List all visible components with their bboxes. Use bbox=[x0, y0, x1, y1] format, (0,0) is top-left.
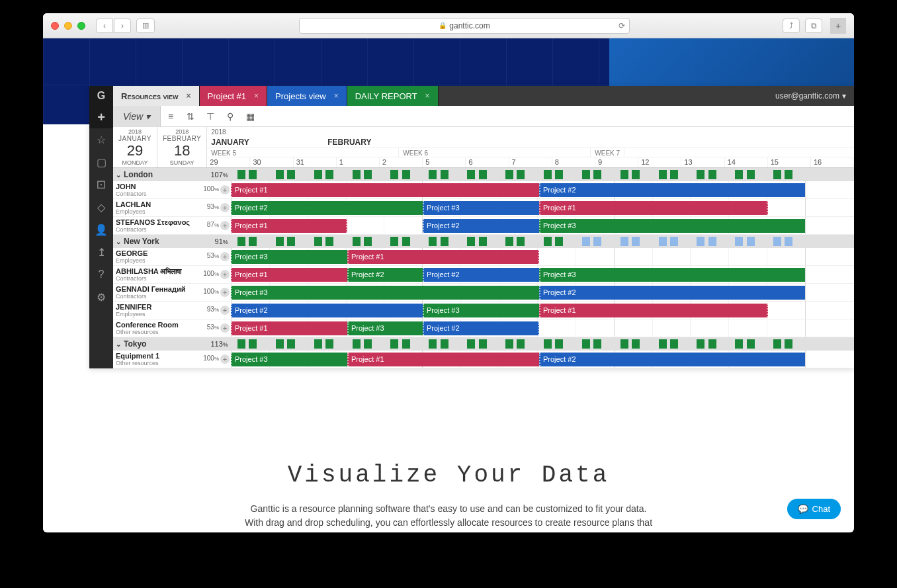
task-bar[interactable]: Project #3 bbox=[231, 286, 539, 300]
task-bar[interactable]: Project #2 bbox=[423, 268, 539, 282]
task-bar[interactable]: Project #2 bbox=[231, 201, 423, 215]
task-bar[interactable]: Project #1 bbox=[347, 353, 539, 366]
timeline-column[interactable]: Project #1Project #2Project #2Project #3… bbox=[231, 168, 854, 368]
star-icon[interactable]: ☆ bbox=[89, 128, 113, 151]
close-icon[interactable]: × bbox=[425, 91, 430, 101]
timeline-row[interactable]: Project #1Project #2 bbox=[231, 181, 854, 199]
window-minimize-button[interactable] bbox=[64, 22, 72, 30]
window-zoom-button[interactable] bbox=[77, 22, 85, 30]
back-button[interactable]: ‹ bbox=[96, 19, 113, 33]
task-bar[interactable]: Project #2 bbox=[231, 304, 423, 317]
add-task-icon[interactable]: + bbox=[220, 270, 230, 279]
task-bar[interactable]: Project #2 bbox=[539, 286, 805, 300]
group-header[interactable]: ⌄Tokyo113% bbox=[113, 337, 231, 351]
tab-3[interactable]: DAILY REPORT× bbox=[347, 86, 439, 106]
task-bar[interactable]: Project #3 bbox=[231, 353, 347, 366]
close-icon[interactable]: × bbox=[254, 91, 259, 101]
task-bar[interactable]: Project #3 bbox=[539, 268, 805, 282]
view-dropdown[interactable]: View▾ bbox=[113, 106, 161, 126]
close-icon[interactable]: × bbox=[187, 91, 191, 101]
add-task-icon[interactable]: + bbox=[220, 355, 230, 364]
user-icon[interactable]: 👤 bbox=[89, 218, 113, 241]
resource-row[interactable]: Conference RoomOther resources53%+ bbox=[113, 319, 231, 337]
task-bar[interactable]: Project #2 bbox=[539, 353, 805, 366]
task-bar[interactable]: Project #1 bbox=[539, 304, 768, 317]
url-host: ganttic.com bbox=[449, 21, 490, 30]
next-date[interactable]: 2018 FEBRUARY 18 SUNDAY bbox=[157, 127, 207, 167]
resource-row[interactable]: STEFANOS ΣτεφανοςContractors87%+ bbox=[113, 217, 231, 235]
timeline-row[interactable]: Project #3Project #1Project #2 bbox=[231, 351, 854, 368]
task-bar[interactable]: Project #3 bbox=[423, 304, 539, 317]
list-icon[interactable]: ≡ bbox=[161, 106, 181, 126]
resource-row[interactable]: GEORGEEmployees53%+ bbox=[113, 248, 231, 266]
add-task-icon[interactable]: + bbox=[220, 323, 230, 333]
reload-icon[interactable]: ⟳ bbox=[619, 21, 625, 30]
folder-icon[interactable]: ⚀ bbox=[89, 173, 113, 196]
add-task-icon[interactable]: + bbox=[220, 221, 230, 230]
user-menu[interactable]: user@ganttic.com▾ bbox=[767, 86, 854, 106]
task-bar[interactable]: Project #1 bbox=[231, 268, 347, 282]
timeline-row[interactable]: Project #1Project #2Project #2Project #3 bbox=[231, 266, 854, 284]
app-toolbar: View▾ ≡ ⇅ ⊤ ⚲ ▦ bbox=[89, 106, 854, 127]
group-heatmap bbox=[231, 337, 854, 351]
task-bar[interactable]: Project #1 bbox=[347, 250, 539, 264]
address-bar[interactable]: 🔒 ganttic.com ⟳ bbox=[299, 18, 630, 34]
tab-0[interactable]: Resources view× bbox=[113, 86, 200, 106]
add-task-icon[interactable]: + bbox=[220, 252, 230, 261]
task-bar[interactable]: Project #1 bbox=[539, 201, 768, 215]
tab-1[interactable]: Project #1× bbox=[200, 86, 268, 106]
add-task-icon[interactable]: + bbox=[220, 288, 230, 297]
new-tab-button[interactable]: + bbox=[830, 18, 846, 34]
sidebar-toggle-button[interactable]: ▥ bbox=[136, 19, 155, 33]
add-task-icon[interactable]: + bbox=[220, 203, 230, 212]
tabs-button[interactable]: ⧉ bbox=[805, 19, 822, 33]
add-icon[interactable]: + bbox=[89, 106, 113, 128]
resource-row[interactable]: GENNADI ГеннадийContractors100%+ bbox=[113, 284, 231, 302]
task-bar[interactable]: Project #3 bbox=[423, 201, 539, 215]
task-bar[interactable]: Project #3 bbox=[347, 321, 423, 335]
filter-icon[interactable]: ⚲ bbox=[220, 106, 240, 126]
chat-button[interactable]: 💬 Chat bbox=[787, 499, 841, 519]
task-bar[interactable]: Project #1 bbox=[231, 219, 347, 233]
task-bar[interactable]: Project #2 bbox=[539, 183, 805, 197]
file-icon[interactable]: ▢ bbox=[89, 151, 113, 173]
import-icon[interactable]: ↥ bbox=[89, 241, 113, 263]
window-close-button[interactable] bbox=[51, 22, 59, 30]
add-task-icon[interactable]: + bbox=[220, 185, 230, 194]
drop-icon[interactable]: ◇ bbox=[89, 196, 113, 218]
task-bar[interactable]: Project #2 bbox=[347, 268, 423, 282]
group-header[interactable]: ⌄New York91% bbox=[113, 235, 231, 248]
timeline-row[interactable]: Project #3Project #2 bbox=[231, 284, 854, 302]
close-icon[interactable]: × bbox=[334, 91, 339, 101]
share-button[interactable]: ⤴ bbox=[783, 19, 800, 33]
task-bar[interactable]: Project #1 bbox=[231, 183, 539, 197]
tab-2[interactable]: Projects view× bbox=[267, 86, 347, 106]
gear-icon[interactable]: ⚙ bbox=[89, 286, 113, 308]
resource-row[interactable]: ABHILASHA अभिलाषाContractors100%+ bbox=[113, 266, 231, 284]
add-task-icon[interactable]: + bbox=[220, 306, 230, 315]
resource-row[interactable]: JENNIFEREmployees93%+ bbox=[113, 302, 231, 319]
task-bar[interactable]: Project #3 bbox=[539, 219, 805, 233]
timeline-row[interactable]: Project #1Project #3Project #2 bbox=[231, 319, 854, 337]
app-logo[interactable]: G bbox=[89, 86, 113, 106]
task-bar[interactable]: Project #3 bbox=[231, 250, 347, 264]
resource-row[interactable]: Equipment 1Other resources100%+ bbox=[113, 351, 231, 368]
paint-icon[interactable]: ⊤ bbox=[200, 106, 220, 126]
group-header[interactable]: ⌄London107% bbox=[113, 168, 231, 181]
forward-button[interactable]: › bbox=[114, 19, 131, 33]
timeline-row[interactable]: Project #2Project #3Project #1 bbox=[231, 199, 854, 217]
current-date[interactable]: 2018 JANUARY 29 MONDAY bbox=[113, 127, 157, 167]
resource-row[interactable]: LACHLANEmployees93%+ bbox=[113, 199, 231, 217]
day-label: 7 bbox=[509, 157, 552, 167]
resource-row[interactable]: JOHNContractors100%+ bbox=[113, 181, 231, 199]
day-label: 6 bbox=[466, 157, 509, 167]
task-bar[interactable]: Project #2 bbox=[423, 321, 539, 335]
sort-icon[interactable]: ⇅ bbox=[181, 106, 200, 126]
timeline-row[interactable]: Project #2Project #3Project #1 bbox=[231, 302, 854, 319]
task-bar[interactable]: Project #2 bbox=[423, 219, 539, 233]
timeline-row[interactable]: Project #3Project #1 bbox=[231, 248, 854, 266]
timeline-row[interactable]: Project #1Project #2Project #3 bbox=[231, 217, 854, 235]
task-bar[interactable]: Project #1 bbox=[231, 321, 347, 335]
help-icon[interactable]: ? bbox=[89, 263, 113, 286]
calendar-icon[interactable]: ▦ bbox=[240, 106, 260, 126]
